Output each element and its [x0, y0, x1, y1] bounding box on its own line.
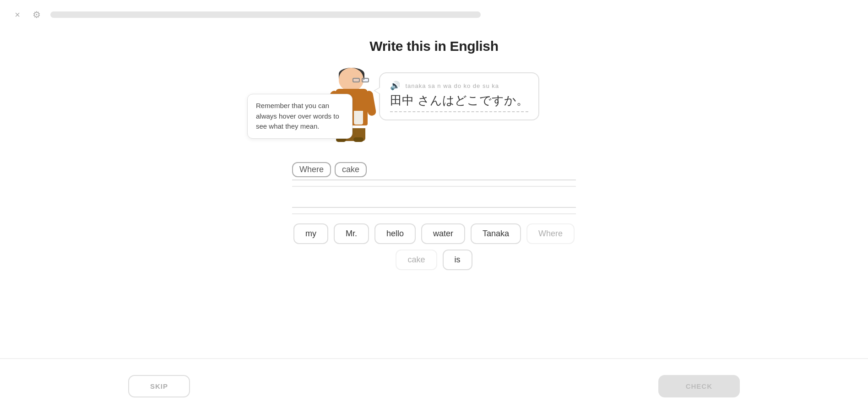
sound-icon[interactable]: 🔊 — [390, 81, 401, 91]
word-chip-mr[interactable]: Mr. — [334, 223, 369, 244]
word-chip-tanaka[interactable]: Tanaka — [471, 223, 521, 244]
char-collar — [354, 111, 363, 125]
char-shoe-right — [353, 137, 363, 142]
char-glasses — [353, 78, 371, 82]
progress-bar-container — [50, 11, 481, 18]
divider-2 — [292, 213, 576, 214]
placed-word-cake[interactable]: cake — [335, 162, 367, 177]
answer-area: Where cake — [292, 159, 576, 214]
word-chip-hello[interactable]: hello — [374, 223, 416, 244]
speech-bubble: 🔊 tanaka sa n wa do ko de su ka 田中 さんはどこ… — [379, 72, 539, 120]
bubble-romaji: 🔊 tanaka sa n wa do ko de su ka — [390, 81, 528, 91]
top-bar-icons: × ⚙ — [11, 8, 43, 21]
answer-line-1: Where cake — [292, 159, 576, 180]
word-chip-cake[interactable]: cake — [396, 250, 437, 270]
char-glasses-right — [362, 78, 369, 82]
settings-button[interactable]: ⚙ — [30, 8, 43, 21]
top-bar: × ⚙ — [0, 0, 868, 29]
bottom-bar: SKIP CHECK — [0, 358, 868, 413]
tooltip-text: Remember that you can always hover over … — [256, 102, 339, 130]
char-ear — [347, 75, 353, 82]
page-title: Write this in English — [369, 38, 499, 54]
main-content: Write this in English — [0, 29, 868, 270]
check-button[interactable]: CHECK — [658, 375, 740, 397]
skip-button[interactable]: SKIP — [128, 375, 190, 397]
bubble-japanese: 田中 さんはどこですか。 — [390, 92, 528, 112]
answer-line-2 — [292, 187, 576, 208]
romaji-text: tanaka sa n wa do ko de su ka — [405, 82, 499, 89]
word-chip-water[interactable]: water — [421, 223, 465, 244]
tooltip-bubble: Remember that you can always hover over … — [247, 94, 353, 139]
character-area: 🔊 tanaka sa n wa do ko de su ka 田中 さんはどこ… — [329, 68, 539, 141]
word-chip-my[interactable]: my — [293, 223, 328, 244]
word-chip-where[interactable]: Where — [526, 223, 575, 244]
word-chip-is[interactable]: is — [443, 250, 472, 270]
char-head — [339, 68, 363, 91]
close-button[interactable]: × — [11, 8, 24, 21]
char-glasses-left — [353, 78, 360, 82]
word-bank: my Mr. hello water Tanaka Where cake is — [274, 223, 594, 270]
placed-word-where[interactable]: Where — [292, 162, 331, 177]
